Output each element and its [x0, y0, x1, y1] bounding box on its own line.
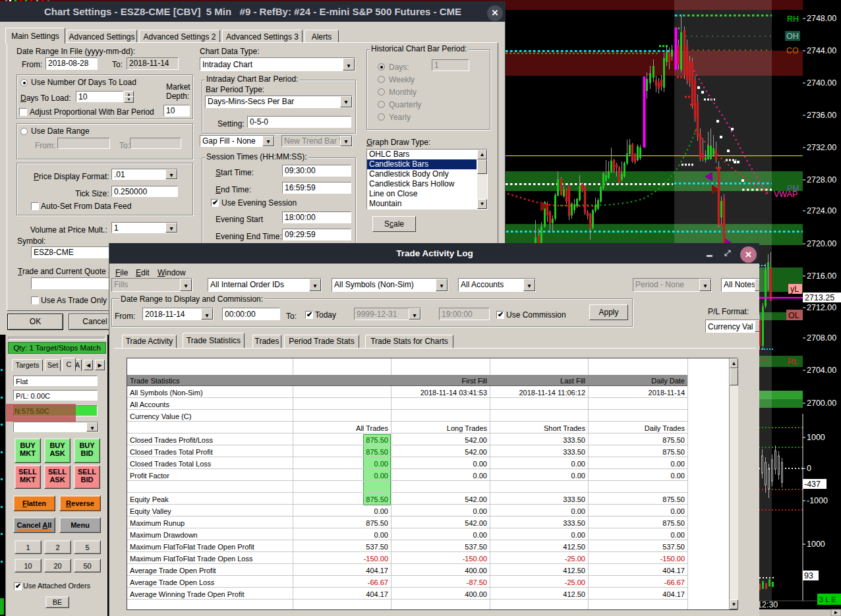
svg-text:VWAP: VWAP — [774, 190, 798, 199]
svg-text:0: 0 — [807, 464, 811, 473]
svg-text:2732.00: 2732.00 — [807, 143, 836, 152]
svg-text:3 L E: 3 L E — [819, 596, 836, 603]
svg-text:2713.25: 2713.25 — [805, 293, 834, 302]
svg-text:93: 93 — [804, 571, 813, 580]
svg-text:CO: CO — [786, 46, 799, 55]
svg-text:2712.00: 2712.00 — [807, 303, 836, 312]
svg-text:2704.00: 2704.00 — [807, 366, 836, 375]
svg-text:2720.00: 2720.00 — [807, 239, 836, 248]
svg-text:2736.00: 2736.00 — [807, 111, 836, 120]
svg-text:-1000: -1000 — [807, 496, 828, 505]
svg-text:2716.00: 2716.00 — [807, 271, 836, 281]
svg-text:2748.00: 2748.00 — [807, 14, 836, 23]
svg-text:2700.00: 2700.00 — [807, 399, 836, 408]
svg-text:OH: OH — [786, 32, 799, 41]
svg-text:2740.00: 2740.00 — [807, 78, 836, 88]
svg-text:2744.00: 2744.00 — [807, 46, 836, 55]
svg-text:1000: 1000 — [807, 433, 825, 442]
svg-text:2728.00: 2728.00 — [807, 175, 836, 184]
svg-text:RL: RL — [788, 357, 798, 366]
svg-text:2724.00: 2724.00 — [807, 206, 836, 215]
svg-text:12:30: 12:30 — [757, 600, 778, 609]
svg-text:2708.00: 2708.00 — [807, 333, 836, 343]
svg-text:1000: 1000 — [807, 540, 825, 549]
svg-text:yL: yL — [790, 285, 799, 294]
svg-text:OL: OL — [788, 311, 799, 320]
svg-text:-437: -437 — [804, 480, 821, 489]
svg-text:RH: RH — [787, 14, 799, 24]
